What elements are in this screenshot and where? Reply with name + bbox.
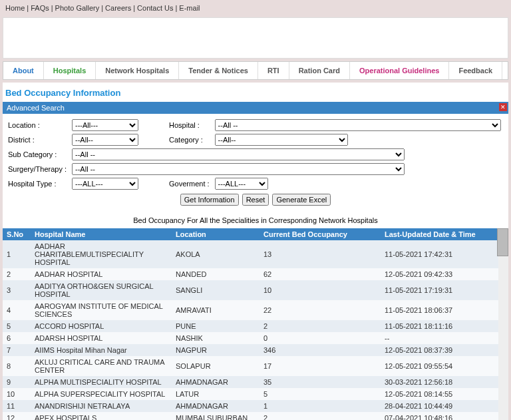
- hospital-type-label: Hospital Type :: [5, 176, 69, 191]
- category-select[interactable]: --All--: [215, 134, 348, 146]
- cell: 17: [259, 356, 381, 376]
- filter-panel: Location : ---All--- Hospital : --All --…: [3, 114, 508, 212]
- subcategory-select[interactable]: --All --: [72, 148, 405, 160]
- cell: LATUR: [172, 388, 259, 400]
- cell: NAGPUR: [172, 344, 259, 356]
- cell: 11-05-2021 18:06:37: [381, 300, 508, 320]
- cell: AADITYA ORTHO&GEN SURGICAL HOSPITAL: [31, 280, 172, 300]
- cell: 13: [259, 240, 381, 268]
- cell: ADARSH HOSPITAL: [31, 332, 172, 344]
- cell: AADHAR CHARITABLEMULTISPECIALITY HOSPITA…: [31, 240, 172, 268]
- page-title: Bed Occupancy Information: [3, 83, 508, 102]
- table-row: 8AKLUJ CRITICAL CARE AND TRAUMA CENTERSO…: [3, 356, 508, 376]
- cell: PUNE: [172, 320, 259, 332]
- cell: 2: [259, 320, 381, 332]
- nav-pmjay[interactable]: PMJAY: [502, 62, 511, 79]
- cell: 0: [259, 332, 381, 344]
- cell: 12-05-2021 08:37:39: [381, 344, 508, 356]
- col-header: Current Bed Occupancy: [259, 228, 381, 240]
- topnav-e-mail[interactable]: E-mail: [179, 4, 200, 12]
- cell: 4: [3, 300, 31, 320]
- hospital-type-select[interactable]: ---ALL---: [72, 178, 138, 190]
- nav-rti[interactable]: RTI: [258, 62, 289, 79]
- cell: AKOLA: [172, 240, 259, 268]
- cell: 346: [259, 344, 381, 356]
- cell: 62: [259, 268, 381, 280]
- generate-excel-button[interactable]: [272, 194, 331, 206]
- cell: MUMBAI SUBURBAN: [172, 412, 259, 420]
- surgery-label: Surgery/Therapy :: [5, 162, 69, 176]
- cell: AHMADNAGAR: [172, 400, 259, 412]
- table-row: 2AADHAR HOSPITALNANDED6212-05-2021 09:42…: [3, 268, 508, 280]
- subcategory-label: Sub Category :: [5, 147, 69, 162]
- hospital-label: Hospital :: [166, 118, 212, 132]
- cell: 5: [3, 320, 31, 332]
- bed-occupancy-table: S.NoHospital NameLocationCurrent Bed Occ…: [3, 228, 508, 420]
- scrollbar[interactable]: [498, 228, 508, 420]
- cell: 11-05-2021 17:19:31: [381, 280, 508, 300]
- cell: NASHIK: [172, 332, 259, 344]
- topnav-faqs[interactable]: FAQs: [31, 4, 49, 12]
- topnav-home[interactable]: Home: [5, 4, 25, 12]
- location-select[interactable]: ---All---: [72, 119, 138, 131]
- advanced-search-label: Advanced Search: [7, 104, 65, 112]
- nav-hospitals[interactable]: Hospitals: [44, 62, 96, 79]
- table-row: 7AIIMS Hospital Mihan NagarNAGPUR34612-0…: [3, 344, 508, 356]
- col-header: Location: [172, 228, 259, 240]
- hospital-select[interactable]: --All --: [215, 119, 501, 131]
- nav-tender-notices[interactable]: Tender & Notices: [179, 62, 258, 79]
- cell: AAROGYAM INSTITUTE OF MEDICAL SCIENCES: [31, 300, 172, 320]
- cell: 10: [259, 280, 381, 300]
- topnav-careers[interactable]: Careers: [105, 4, 131, 12]
- cell: ALPHA SUPERSPECIALITY HOSPITAL: [31, 388, 172, 400]
- cell: 9: [3, 376, 31, 388]
- col-header: Hospital Name: [31, 228, 172, 240]
- nav-ration-card[interactable]: Ration Card: [289, 62, 350, 79]
- topnav-photo-gallery[interactable]: Photo Gallery: [55, 4, 100, 12]
- nav-about[interactable]: About: [3, 62, 44, 79]
- table-row: 5ACCORD HOSPITALPUNE211-05-2021 18:11:16: [3, 320, 508, 332]
- cell: AMRAVATI: [172, 300, 259, 320]
- cell: 3: [3, 280, 31, 300]
- district-label: District :: [5, 132, 69, 147]
- cell: AIIMS Hospital Mihan Nagar: [31, 344, 172, 356]
- cell: AHMADNAGAR: [172, 376, 259, 388]
- district-select[interactable]: --All--: [72, 134, 138, 146]
- cell: 11-05-2021 18:11:16: [381, 320, 508, 332]
- cell: 2: [259, 412, 381, 420]
- table-row: 6ADARSH HOSPITALNASHIK0--: [3, 332, 508, 344]
- topnav-contact-us[interactable]: Contact Us: [137, 4, 173, 12]
- cell: SOLAPUR: [172, 356, 259, 376]
- surgery-select[interactable]: --All --: [72, 163, 405, 175]
- close-icon[interactable]: ✕: [499, 103, 507, 111]
- cell: 7: [3, 344, 31, 356]
- get-information-button[interactable]: [180, 194, 239, 206]
- nav-network-hospitals[interactable]: Network Hospitals: [96, 62, 179, 79]
- cell: 07-04-2021 10:48:16: [381, 412, 508, 420]
- table-row: 11ANANDRISHIJI NETRALAYAAHMADNAGAR128-04…: [3, 400, 508, 412]
- location-label: Location :: [5, 118, 69, 132]
- cell: 28-04-2021 10:44:49: [381, 400, 508, 412]
- top-nav: Home|FAQs|Photo Gallery|Careers|Contact …: [0, 0, 511, 16]
- table-row: 9ALPHA MULTISPECIALITY HOSPITALAHMADNAGA…: [3, 376, 508, 388]
- cell: 1: [3, 240, 31, 268]
- nav-feedback[interactable]: Feedback: [449, 62, 502, 79]
- government-select[interactable]: ---ALL---: [215, 178, 268, 190]
- cell: SANGLI: [172, 280, 259, 300]
- cell: ANANDRISHIJI NETRALAYA: [31, 400, 172, 412]
- cell: 1: [259, 400, 381, 412]
- cell: 11-05-2021 17:42:31: [381, 240, 508, 268]
- reset-button[interactable]: [242, 194, 269, 206]
- cell: 12: [3, 412, 31, 420]
- nav-operational-guidelines[interactable]: Operational Guidelines: [350, 62, 449, 79]
- table-row: 4AAROGYAM INSTITUTE OF MEDICAL SCIENCESA…: [3, 300, 508, 320]
- table-row: 3AADITYA ORTHO&GEN SURGICAL HOSPITALSANG…: [3, 280, 508, 300]
- cell: 6: [3, 332, 31, 344]
- cell: 5: [259, 388, 381, 400]
- col-header: Last-Updated Date & Time: [381, 228, 508, 240]
- table-row: 10ALPHA SUPERSPECIALITY HOSPITALLATUR512…: [3, 388, 508, 400]
- cell: 22: [259, 300, 381, 320]
- government-label: Goverment :: [166, 176, 212, 191]
- table-caption: Bed Occupancy For All the Specialities i…: [3, 212, 508, 228]
- banner: [3, 17, 508, 59]
